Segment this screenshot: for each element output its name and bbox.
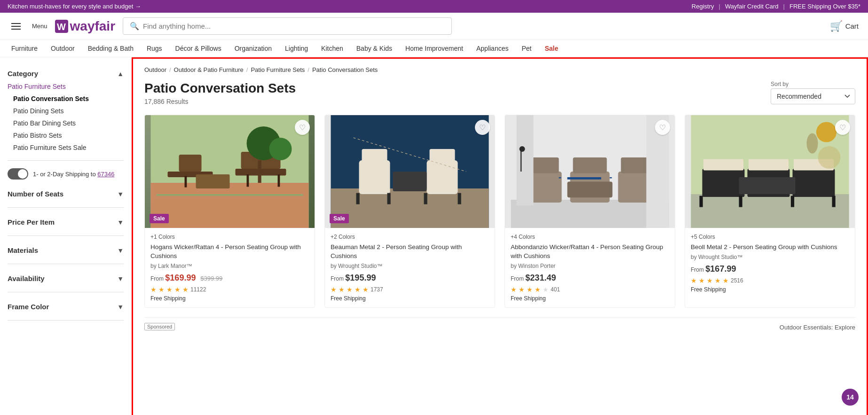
breadcrumb-outdoor-patio-furniture[interactable]: Outdoor & Patio Furniture	[174, 66, 244, 73]
frame-color-header[interactable]: Frame Color ▼	[8, 300, 124, 313]
star4-p1: ★	[174, 286, 181, 293]
svg-rect-3	[151, 183, 309, 228]
product-img-svg-p2	[325, 115, 495, 228]
category-chevron-icon: ▲	[117, 70, 124, 78]
nav-sale[interactable]: Sale	[545, 45, 559, 52]
bottom-explore-text: Outdoor Essentials: Explore	[780, 324, 855, 331]
review-count-p4: 2516	[731, 277, 743, 284]
star4-p2: ★	[355, 286, 361, 293]
stars-p3: ★ ★ ★ ★ ★ 401	[511, 286, 669, 293]
availability-header[interactable]: Availability ▼	[8, 272, 124, 285]
svg-rect-27	[458, 193, 461, 204]
price-per-item-section: Price Per Item ▼	[8, 215, 124, 236]
nav-appliances[interactable]: Appliances	[476, 45, 509, 52]
frame-color-title: Frame Color	[8, 303, 49, 311]
star2-p2: ★	[339, 286, 345, 293]
sort-select[interactable]: Recommended Price: Low to High Price: Hi…	[771, 88, 855, 104]
free-shipping-p4: Free Shipping	[691, 286, 849, 293]
color-count-p1: +1 Colors	[150, 234, 309, 240]
nav-lighting[interactable]: Lighting	[285, 45, 308, 52]
sidebar-item-patio-dining-sets[interactable]: Patio Dining Sets	[8, 105, 124, 117]
svg-rect-18	[331, 188, 489, 228]
product-img-svg-p1	[145, 115, 315, 228]
star2-p3: ★	[519, 286, 525, 293]
breadcrumb-outdoor[interactable]: Outdoor	[144, 66, 166, 73]
svg-rect-53	[739, 177, 796, 194]
product-card-p2[interactable]: ♡ Sale +2 Colors Beauman Metal 2 - Perso…	[324, 115, 495, 308]
product-brand-p3: by Winston Porter	[511, 263, 669, 269]
wishlist-button-p4[interactable]: ♡	[835, 120, 850, 135]
sidebar-item-patio-conversation-sets[interactable]: Patio Conversation Sets	[8, 93, 124, 105]
star1-p3: ★	[511, 286, 517, 293]
nav-outdoor[interactable]: Outdoor	[51, 45, 75, 52]
search-input[interactable]	[143, 22, 445, 30]
svg-rect-42	[559, 177, 561, 178]
product-card-p1[interactable]: ♡ Sale +1 Colors Hogans Wicker/Rattan 4 …	[144, 115, 315, 308]
shipping-zip[interactable]: 67346	[97, 171, 114, 178]
svg-rect-24	[356, 193, 360, 204]
nav-organization[interactable]: Organization	[235, 45, 272, 52]
sidebar-item-patio-bar-dining-sets[interactable]: Patio Bar Dining Sets	[8, 117, 124, 129]
wishlist-button-p3[interactable]: ♡	[655, 120, 670, 135]
price-per-item-header[interactable]: Price Per Item ▼	[8, 215, 124, 229]
nav-kitchen[interactable]: Kitchen	[321, 45, 343, 52]
svg-rect-57	[832, 196, 836, 207]
nav-bedding-bath[interactable]: Bedding & Bath	[88, 45, 134, 52]
header: Menu W wayfair 🔍 🛒 Cart	[0, 13, 868, 40]
credit-card-link[interactable]: Wayfair Credit Card	[725, 3, 779, 10]
materials-header[interactable]: Materials ▼	[8, 243, 124, 257]
product-img-p1	[145, 115, 315, 228]
product-brand-p1: by Lark Manor™	[150, 263, 309, 269]
breadcrumb-patio-furniture-sets[interactable]: Patio Furniture Sets	[251, 66, 305, 73]
star3-p1: ★	[166, 286, 173, 293]
free-shipping-p3: Free Shipping	[511, 295, 669, 302]
svg-text:W: W	[57, 22, 66, 32]
product-card-p3[interactable]: ♡ +4 Colors Abbondanzio Wicker/Rattan 4 …	[505, 115, 675, 308]
product-card-p4[interactable]: ♡ +5 Colors Beoll Metal 2 - Person Seati…	[685, 115, 855, 308]
sidebar-item-patio-furniture-sets[interactable]: Patio Furniture Sets	[8, 80, 124, 93]
product-name-p1: Hogans Wicker/Rattan 4 - Person Seating …	[150, 243, 309, 261]
category-header[interactable]: Category ▲	[8, 67, 124, 80]
nav-rugs[interactable]: Rugs	[147, 45, 162, 52]
color-count-p3: +4 Colors	[511, 234, 669, 240]
shipping-toggle[interactable]	[8, 168, 28, 180]
svg-rect-8	[185, 176, 187, 188]
number-of-seats-chevron-icon: ▼	[117, 190, 124, 198]
svg-point-59	[807, 133, 818, 153]
star2-p4: ★	[699, 277, 705, 284]
product-price-p1: From $169.99 $399.99	[150, 273, 309, 283]
sidebar-item-patio-bistro-sets[interactable]: Patio Bistro Sets	[8, 129, 124, 141]
wishlist-button-p1[interactable]: ♡	[295, 120, 310, 135]
menu-button[interactable]	[9, 21, 23, 31]
nav-furniture[interactable]: Furniture	[11, 45, 38, 52]
frame-color-section: Frame Color ▼	[8, 300, 124, 321]
nav-home-improvement[interactable]: Home Improvement	[405, 45, 463, 52]
number-of-seats-title: Number of Seats	[8, 190, 63, 198]
search-icon: 🔍	[130, 22, 139, 31]
nav-decor-pillows[interactable]: Décor & Pillows	[175, 45, 221, 52]
nav-pet[interactable]: Pet	[521, 45, 531, 52]
price-from-p2: From	[331, 275, 345, 282]
frame-color-chevron-icon: ▼	[117, 303, 124, 311]
promo-text[interactable]: Kitchen must-haves for every style and b…	[8, 3, 141, 10]
svg-rect-37	[568, 182, 613, 198]
svg-rect-15	[258, 160, 261, 183]
cart-button[interactable]: 🛒 Cart	[830, 20, 859, 32]
category-title: Category	[8, 70, 38, 78]
free-shipping-link[interactable]: FREE Shipping Over $35*	[789, 3, 860, 10]
sidebar-item-patio-furniture-sets-sale[interactable]: Patio Furniture Sets Sale	[8, 141, 124, 154]
availability-title: Availability	[8, 274, 45, 282]
svg-rect-38	[517, 115, 534, 205]
product-brand-p4: by Wrought Studio™	[691, 254, 849, 260]
number-of-seats-header[interactable]: Number of Seats ▼	[8, 187, 124, 201]
svg-rect-5	[179, 155, 202, 172]
page-number-badge[interactable]: 14	[842, 389, 859, 406]
star4-p4: ★	[715, 277, 721, 284]
nav-baby-kids[interactable]: Baby & Kids	[356, 45, 392, 52]
registry-link[interactable]: Registry	[692, 3, 714, 10]
number-of-seats-section: Number of Seats ▼	[8, 187, 124, 208]
logo[interactable]: W wayfair	[55, 19, 116, 34]
wishlist-button-p2[interactable]: ♡	[475, 120, 490, 135]
search-bar[interactable]: 🔍	[123, 17, 452, 35]
logo-text: wayfair	[70, 19, 116, 34]
